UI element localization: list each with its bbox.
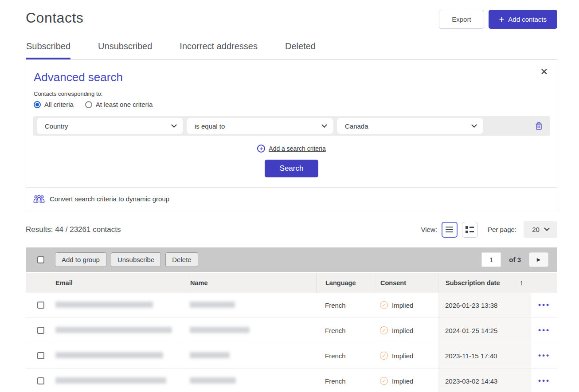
criteria-operator-value: is equal to [195,122,225,130]
subscription-date-cell: 2023-11-15 17:40 [438,343,531,368]
chevron-down-icon [544,225,550,231]
close-icon[interactable]: ✕ [540,67,548,76]
page-header: Contacts Export + Add contacts [0,0,579,29]
tab-subscribed[interactable]: Subscribed [26,41,70,59]
add-contacts-button[interactable]: + Add contacts [489,10,557,29]
criteria-row: Country is equal to Canada [33,116,550,136]
sort-ascending-icon[interactable]: ↑ [520,279,523,287]
language-cell: French [316,302,374,309]
redacted-email [55,327,172,333]
list-view-icon [446,227,453,233]
per-page-label: Per page: [488,226,516,233]
group-people-icon [33,194,45,203]
chevron-down-icon [321,122,327,128]
language-cell: French [316,327,374,334]
criteria-value-value: Canada [345,122,368,130]
row-checkbox[interactable] [37,352,44,359]
criteria-operator-select[interactable]: is equal to [187,118,333,134]
criteria-match-radios: All criteria At least one criteria [34,101,550,108]
per-page-select[interactable]: 20 [524,221,557,238]
next-page-button[interactable]: ▶ [529,252,548,267]
radio-all-criteria[interactable]: All criteria [34,101,74,108]
add-contacts-label: Add contacts [508,16,547,23]
table-row: French ✓ Implied 2023-11-15 17:40 ••• [26,343,557,368]
redacted-name [190,377,236,384]
header-subscription-date: Subscription date ↑ [438,273,531,293]
language-cell: French [316,352,374,360]
row-menu-button[interactable]: ••• [538,326,550,335]
page-number-input[interactable] [481,252,501,267]
card-view-button[interactable] [462,222,478,238]
subscription-date-label: Subscription date [446,279,500,286]
consent-label: Implied [392,352,413,360]
next-page-icon: ▶ [537,257,540,262]
view-label: View: [421,226,437,233]
per-page-value: 20 [532,226,540,233]
tab-incorrect-addresses[interactable]: Incorrect addresses [180,41,258,59]
header-actions: Export + Add contacts [439,10,557,29]
redacted-email [55,352,163,358]
list-view-button[interactable] [442,222,458,238]
bulk-actions-toolbar: Add to group Unsubscribe Delete of 3 ▶ [26,247,557,272]
subscription-date-cell: 2023-03-02 14:43 [438,368,531,392]
table-header-row: Email Name Language Consent Subscription… [26,273,557,293]
criteria-value-select[interactable]: Canada [337,118,483,134]
advanced-search-title: Advanced search [33,67,550,89]
redacted-name [190,327,250,333]
subscription-date-cell: 2026-01-23 13:38 [438,293,531,318]
convert-row: Convert search criteria to dynamic group [26,187,557,210]
consent-label: Implied [392,377,413,385]
redacted-name [190,352,230,358]
select-all-checkbox[interactable] [37,256,44,263]
search-button[interactable]: Search [265,160,319,177]
radio-at-least-one-criteria[interactable]: At least one criteria [85,101,153,108]
consent-check-icon: ✓ [380,301,388,309]
tab-deleted[interactable]: Deleted [285,41,316,59]
card-view-icon [466,226,474,233]
consent-check-icon: ✓ [380,377,388,385]
table-row: French ✓ Implied 2026-01-23 13:38 ••• [26,293,557,318]
consent-label: Implied [392,327,413,334]
radio-selected-icon [34,101,41,108]
criteria-field-value: Country [45,122,68,130]
plus-circle-icon: + [257,145,265,153]
row-menu-button[interactable]: ••• [538,301,550,310]
contacts-table: Email Name Language Consent Subscription… [26,273,557,392]
consent-label: Implied [392,302,413,309]
radio-any-label: At least one criteria [96,101,153,108]
row-checkbox[interactable] [37,302,44,309]
tab-unsubscribed[interactable]: Unsubscribed [98,41,152,59]
radio-unselected-icon [85,101,92,108]
row-checkbox[interactable] [37,377,44,384]
advanced-search-panel: ✕ Advanced search Contacts corresponding… [26,59,557,210]
row-menu-button[interactable]: ••• [538,351,550,360]
add-criteria-row: + Add a search criteria [33,145,550,153]
row-menu-button[interactable]: ••• [538,376,550,385]
delete-criteria-button[interactable] [532,122,546,130]
plus-icon: + [499,16,505,23]
add-to-group-button[interactable]: Add to group [55,252,106,267]
consent-cell: ✓ Implied [374,377,438,385]
header-email: Email [55,279,190,286]
page-title: Contacts [26,10,83,26]
results-bar: Results: 44 / 23261 contacts View: Per p… [26,221,557,238]
redacted-name [190,302,235,308]
consent-check-icon: ✓ [380,326,388,334]
export-button[interactable]: Export [439,10,484,29]
header-name: Name [190,273,316,293]
trash-icon [535,122,543,130]
subscription-date-cell: 2024-01-25 14:25 [438,318,531,343]
language-cell: French [316,377,374,385]
header-language: Language [316,273,374,293]
view-controls: View: Per page: 20 [421,221,557,238]
unsubscribe-button[interactable]: Unsubscribe [111,252,161,267]
delete-button[interactable]: Delete [165,252,198,267]
chevron-down-icon [471,122,477,128]
match-label: Contacts corresponding to: [34,90,550,97]
tab-bar: Subscribed Unsubscribed Incorrect addres… [0,29,579,59]
row-checkbox[interactable] [37,327,44,334]
convert-to-dynamic-group-link[interactable]: Convert search criteria to dynamic group [50,195,169,203]
criteria-field-select[interactable]: Country [37,118,183,134]
add-criteria-link[interactable]: Add a search criteria [269,145,325,152]
consent-cell: ✓ Implied [374,352,438,360]
